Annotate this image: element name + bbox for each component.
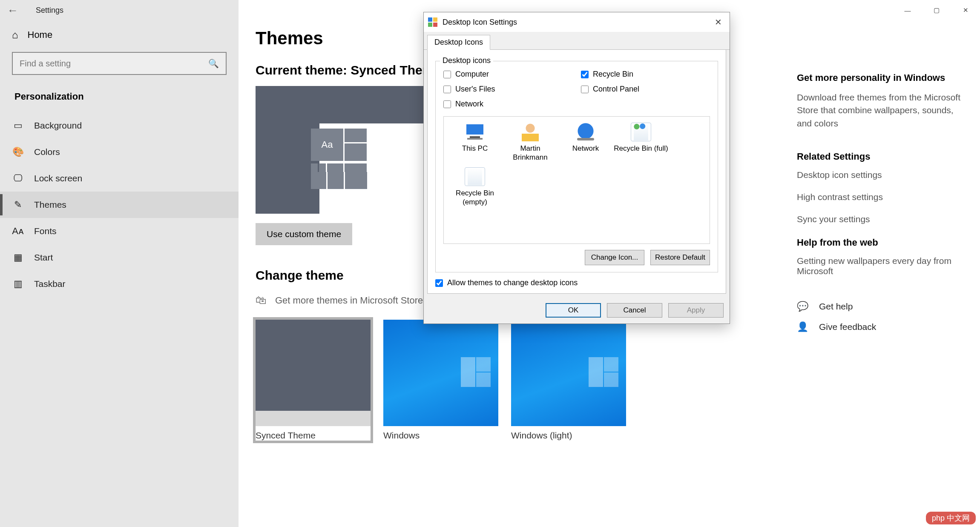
promo-title: Get more personality in Windows bbox=[797, 72, 963, 83]
link-wallpapers[interactable]: Getting new wallpapers every day from Mi… bbox=[797, 256, 963, 276]
chk-control-panel-label: Control Panel bbox=[593, 85, 639, 94]
theme-name: Synced Theme bbox=[256, 426, 371, 441]
nav-label: Taskbar bbox=[34, 279, 66, 289]
icon-preview-box: This PC Martin Brinkmann Network Re bbox=[443, 116, 710, 244]
chk-control-panel[interactable]: Control Panel bbox=[581, 85, 710, 94]
watermark: php 中文网 bbox=[926, 512, 976, 524]
theme-name: Windows (light) bbox=[511, 426, 626, 441]
chk-computer-input[interactable] bbox=[443, 71, 451, 78]
chk-network-label: Network bbox=[455, 100, 483, 109]
shopping-bag-icon: 🛍 bbox=[256, 294, 267, 307]
dialog-body: Desktop icons Computer Recycle Bin User'… bbox=[427, 50, 726, 294]
search-input[interactable] bbox=[20, 59, 189, 69]
icon-user[interactable]: Martin Brinkmann bbox=[503, 123, 558, 162]
user-folder-icon bbox=[520, 123, 540, 141]
nav-colors[interactable]: 🎨 Colors bbox=[0, 139, 239, 165]
restore-default-button[interactable]: Restore Default bbox=[650, 250, 710, 265]
font-icon: Aᴀ bbox=[12, 226, 24, 237]
nav-taskbar[interactable]: ▥ Taskbar bbox=[0, 271, 239, 297]
chk-control-panel-input[interactable] bbox=[581, 86, 589, 93]
settings-window: ← Settings ⌂ Home 🔍 Personalization ▭ Ba… bbox=[0, 0, 980, 527]
dialog-title: Desktop Icon Settings bbox=[443, 18, 517, 27]
nav-label: Start bbox=[34, 252, 53, 263]
preview-sample-text: Aa bbox=[311, 129, 343, 161]
dialog-app-icon bbox=[428, 17, 437, 27]
icon-recycle-full[interactable]: Recycle Bin (full) bbox=[613, 123, 669, 162]
pc-icon bbox=[465, 123, 485, 141]
app-title: Settings bbox=[36, 6, 63, 15]
search-box[interactable]: 🔍 bbox=[12, 52, 227, 75]
section-label: Personalization bbox=[0, 85, 239, 112]
chk-users-files[interactable]: User's Files bbox=[443, 85, 572, 94]
get-help-button[interactable]: 💬 Get help bbox=[797, 301, 963, 312]
chk-network-input[interactable] bbox=[443, 100, 451, 108]
icon-label: Network bbox=[558, 144, 613, 153]
taskbar-icon: ▥ bbox=[12, 278, 24, 289]
give-feedback-label: Give feedback bbox=[819, 322, 876, 332]
chat-icon: 💬 bbox=[797, 301, 808, 312]
dialog-close-button[interactable]: ✕ bbox=[711, 17, 725, 27]
search-icon: 🔍 bbox=[208, 58, 219, 69]
chk-recycle-bin-label: Recycle Bin bbox=[593, 70, 633, 79]
apply-button[interactable]: Apply bbox=[668, 303, 724, 318]
cancel-button[interactable]: Cancel bbox=[607, 303, 662, 318]
chk-computer[interactable]: Computer bbox=[443, 70, 572, 79]
icon-network[interactable]: Network bbox=[558, 123, 613, 162]
desktop-icons-group: Desktop icons Computer Recycle Bin User'… bbox=[435, 61, 718, 272]
chk-network[interactable]: Network bbox=[443, 100, 572, 109]
theme-card-windows-light[interactable]: Windows (light) bbox=[511, 320, 626, 441]
chk-allow-input[interactable] bbox=[435, 279, 443, 287]
back-button[interactable]: ← bbox=[0, 4, 26, 17]
link-sync-settings[interactable]: Sync your settings bbox=[797, 214, 963, 224]
network-icon bbox=[575, 123, 596, 141]
theme-preview: Aa bbox=[256, 86, 426, 214]
nav-lockscreen[interactable]: 🖵 Lock screen bbox=[0, 165, 239, 192]
icon-this-pc[interactable]: This PC bbox=[447, 123, 503, 162]
nav-start[interactable]: ▦ Start bbox=[0, 244, 239, 271]
icon-label: Recycle Bin (empty) bbox=[447, 189, 503, 207]
icon-recycle-empty[interactable]: Recycle Bin (empty) bbox=[447, 167, 503, 207]
use-custom-theme-button[interactable]: Use custom theme bbox=[256, 223, 352, 245]
nav-themes[interactable]: ✎ Themes bbox=[0, 192, 239, 218]
home-nav[interactable]: ⌂ Home bbox=[0, 20, 239, 49]
chk-recycle-bin-input[interactable] bbox=[581, 71, 589, 78]
nav-fonts[interactable]: Aᴀ Fonts bbox=[0, 218, 239, 244]
ok-button[interactable]: OK bbox=[546, 303, 601, 318]
chk-users-files-input[interactable] bbox=[443, 86, 451, 93]
person-icon: 👤 bbox=[797, 321, 808, 332]
give-feedback-button[interactable]: 👤 Give feedback bbox=[797, 321, 963, 332]
right-column: Get more personality in Windows Download… bbox=[797, 72, 963, 342]
group-title: Desktop icons bbox=[440, 56, 493, 65]
store-link-label: Get more themes in Microsoft Store bbox=[275, 295, 423, 306]
icon-label: Martin Brinkmann bbox=[503, 144, 558, 162]
sidebar: ← Settings ⌂ Home 🔍 Personalization ▭ Ba… bbox=[0, 0, 239, 527]
theme-card-synced[interactable]: Synced Theme bbox=[256, 320, 371, 441]
theme-name: Windows bbox=[383, 426, 498, 441]
dialog-tabs: Desktop Icons bbox=[424, 32, 730, 50]
chk-users-files-label: User's Files bbox=[455, 85, 495, 94]
home-label: Home bbox=[28, 29, 53, 40]
promo-body: Download free themes from the Microsoft … bbox=[797, 91, 963, 130]
palette-icon: 🎨 bbox=[12, 146, 24, 158]
desktop-icon-settings-dialog: Desktop Icon Settings ✕ Desktop Icons De… bbox=[423, 12, 730, 324]
get-help-label: Get help bbox=[819, 301, 853, 312]
tab-desktop-icons[interactable]: Desktop Icons bbox=[427, 35, 490, 50]
grid-icon: ▦ bbox=[12, 252, 24, 263]
theme-thumb bbox=[511, 320, 626, 426]
theme-card-windows[interactable]: Windows bbox=[383, 320, 498, 441]
dialog-footer: OK Cancel Apply bbox=[424, 297, 730, 324]
chk-recycle-bin[interactable]: Recycle Bin bbox=[581, 70, 710, 79]
chk-allow-themes[interactable]: Allow themes to change desktop icons bbox=[435, 278, 718, 287]
dialog-titlebar[interactable]: Desktop Icon Settings ✕ bbox=[424, 12, 730, 32]
change-icon-button[interactable]: Change Icon... bbox=[585, 250, 644, 265]
recycle-bin-full-icon bbox=[631, 123, 651, 141]
icon-label: Recycle Bin (full) bbox=[613, 144, 669, 153]
link-high-contrast[interactable]: High contrast settings bbox=[797, 192, 963, 202]
link-desktop-icon-settings[interactable]: Desktop icon settings bbox=[797, 170, 963, 180]
monitor-icon: 🖵 bbox=[12, 173, 24, 184]
picture-icon: ▭ bbox=[12, 120, 24, 131]
theme-thumb bbox=[256, 320, 371, 426]
chk-computer-label: Computer bbox=[455, 70, 489, 79]
chk-allow-label: Allow themes to change desktop icons bbox=[447, 278, 578, 287]
nav-background[interactable]: ▭ Background bbox=[0, 112, 239, 139]
